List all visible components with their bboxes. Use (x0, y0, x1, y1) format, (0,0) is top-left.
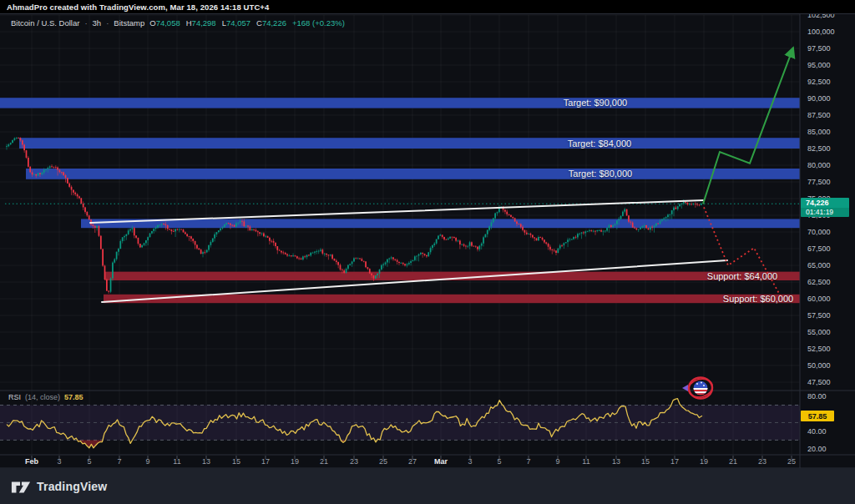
time-tick-label: 7 (526, 457, 530, 466)
rsi-value-tag: 57.85 (801, 411, 834, 421)
rsi-tick-label: 80.00 (807, 392, 827, 401)
price-tick-label: 50,000 (807, 361, 831, 370)
zone-target-84000[interactable] (19, 138, 800, 149)
symbol-title[interactable]: Bitcoin / U.S. Dollar (11, 18, 79, 28)
time-tick-label: Feb (25, 457, 38, 466)
time-tick-label: 19 (291, 457, 299, 466)
time-tick-label: 15 (232, 457, 240, 466)
sticker-flag-ball (692, 381, 709, 395)
price-tick-label: 65,000 (807, 261, 831, 270)
tradingview-brand[interactable]: TradingView (11, 478, 107, 495)
exchange-label[interactable]: Bitstamp (114, 18, 144, 28)
price-tick-label: 82,500 (807, 144, 831, 153)
price-tick-label: 47,500 (807, 378, 831, 386)
time-tick-label: 3 (468, 457, 472, 466)
brand-name: TradingView (37, 480, 107, 493)
footer-bar: TradingView (0, 468, 855, 504)
open-value: O74,058 (149, 18, 180, 28)
watermark-bar: AhmadPro created with TradingView.com, M… (0, 0, 855, 14)
price-tick-label: 67,500 (807, 244, 831, 253)
rsi-title[interactable]: RSI (8, 393, 21, 401)
time-tick-label: 21 (320, 457, 328, 466)
price-chart-canvas[interactable] (0, 0, 855, 504)
time-tick-label: Mar (434, 457, 448, 466)
price-tick-label: 95,000 (807, 61, 831, 69)
price-tick-label: 92,500 (807, 78, 831, 86)
watermark-text: AhmadPro created with TradingView.com, M… (7, 3, 269, 12)
price-tick-label: 100,000 (807, 28, 835, 36)
rsi-params: (14, close) (25, 393, 60, 401)
time-tick-label: 21 (729, 457, 737, 466)
rsi-pane[interactable] (0, 399, 800, 448)
zone-target-80000[interactable] (26, 169, 800, 179)
time-tick-label: 17 (261, 457, 270, 466)
zone-target-90000[interactable] (0, 98, 800, 108)
time-tick-label: 3 (57, 457, 61, 466)
time-tick-label: 11 (173, 457, 180, 466)
time-tick-label: 5 (87, 457, 91, 466)
ohlc-values: O74,058 H74,298 L74,057 C74,226 +168 (+0… (149, 18, 345, 28)
sticker-arrow-icon (682, 385, 688, 391)
zone-label-support-64000[interactable]: Support: $64,000 (707, 271, 777, 281)
tradingview-chart-window: AhmadPro created with TradingView.com, M… (0, 0, 855, 504)
zone-label-target-90000[interactable]: Target: $90,000 (564, 98, 627, 108)
time-tick-label: 9 (555, 457, 559, 466)
price-tick-label: 70,000 (807, 228, 831, 236)
bullish-projection-line[interactable] (703, 48, 793, 204)
low-value: L74,057 (222, 18, 250, 28)
time-tick-label: 23 (350, 457, 358, 466)
price-tick-label: 62,500 (807, 278, 831, 286)
legend-separator: · (84, 18, 87, 28)
price-tick-label: 55,000 (807, 328, 831, 336)
current-price-value: 74,226 (801, 198, 849, 208)
price-tick-label: 52,500 (807, 345, 831, 353)
zone-label-support-60000[interactable]: Support: $60,000 (723, 294, 793, 304)
price-tick-label: 57,500 (807, 311, 831, 320)
price-tick-label: 80,000 (807, 161, 831, 169)
change-value: +168 (+0.23%) (292, 18, 345, 28)
time-tick-label: 5 (497, 457, 501, 466)
time-tick-label: 23 (758, 457, 766, 466)
price-tick-label: 77,500 (807, 178, 831, 186)
rsi-tick-label: 20.00 (807, 445, 827, 453)
time-tick-label: 13 (202, 457, 210, 466)
zone-label-target-80000[interactable]: Target: $80,000 (569, 169, 632, 179)
time-tick-label: 11 (582, 457, 589, 466)
zone-resistance-71500[interactable] (81, 219, 800, 228)
zone-label-target-84000[interactable]: Target: $84,000 (568, 139, 631, 149)
time-tick-label: 27 (408, 457, 417, 466)
usa-ball-sticker[interactable] (681, 374, 715, 404)
price-tick-label: 97,500 (807, 44, 831, 53)
time-tick-label: 7 (117, 457, 121, 466)
time-tick-label: 13 (612, 457, 620, 466)
time-tick-label: 25 (787, 457, 796, 466)
grid (0, 15, 800, 455)
time-tick-label: 15 (641, 457, 650, 466)
time-tick-label: 19 (700, 457, 708, 466)
price-tick-label: 85,000 (807, 128, 831, 136)
close-value: C74,226 (256, 18, 286, 28)
bar-countdown: 01:41:19 (801, 208, 849, 217)
time-tick-label: 9 (145, 457, 149, 466)
legend-separator: · (106, 18, 109, 28)
time-tick-label: 17 (670, 457, 679, 466)
price-tick-label: 90,000 (807, 94, 831, 103)
price-tick-label: 60,000 (807, 295, 831, 303)
interval-label[interactable]: 3h (93, 18, 102, 28)
rsi-tick-label: 40.00 (807, 427, 827, 436)
time-tick-label: 25 (379, 457, 387, 466)
rsi-indicator-legend[interactable]: RSI (14, close) 57.85 (8, 393, 83, 401)
symbol-legend[interactable]: Bitcoin / U.S. Dollar · 3h · Bitstamp O7… (11, 18, 345, 28)
tradingview-logo-icon (11, 478, 31, 495)
high-value: H74,298 (186, 18, 216, 28)
rsi-value: 57.85 (64, 393, 83, 401)
price-tick-label: 87,500 (807, 111, 831, 119)
current-price-tag: 74,226 01:41:19 (801, 198, 849, 217)
